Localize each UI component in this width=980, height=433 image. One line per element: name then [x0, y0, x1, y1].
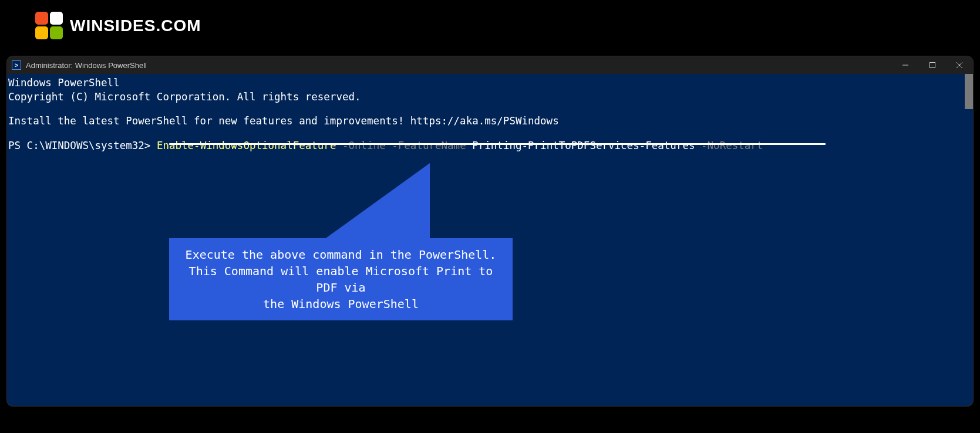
callout-arrow-icon [324, 163, 447, 245]
param-norestart: -NoRestart [695, 140, 763, 151]
maximize-button[interactable] [919, 56, 946, 74]
winsides-logo-icon [35, 12, 63, 39]
param-featurename: -FeatureName [386, 140, 466, 151]
feature-value: Printing-PrintToPDFServices-Features [466, 140, 695, 151]
terminal-line-install-hint: Install the latest PowerShell for new fe… [8, 114, 972, 128]
callout-line2: This Command will enable Microsoft Print… [180, 263, 502, 296]
close-button[interactable] [946, 56, 973, 74]
command-underline [169, 143, 826, 145]
vertical-scrollbar[interactable] [965, 74, 973, 109]
window-title: Administrator: Windows PowerShell [26, 61, 147, 70]
powershell-icon: > [12, 60, 21, 70]
callout-line1: Execute the above command in the PowerSh… [180, 246, 502, 263]
callout-line3: the Windows PowerShell [180, 296, 502, 312]
annotation-callout: Execute the above command in the PowerSh… [169, 238, 513, 320]
terminal-line-header2: Copyright (C) Microsoft Corporation. All… [8, 90, 972, 104]
maximize-icon [930, 62, 935, 68]
powershell-window: > Administrator: Windows PowerShell Wind… [7, 56, 973, 406]
window-controls [892, 56, 973, 74]
terminal-body[interactable]: Windows PowerShell Copyright (C) Microso… [7, 74, 973, 406]
cmdlet-name: Enable-WindowsOptionalFeature [157, 140, 336, 151]
svg-marker-4 [324, 163, 430, 239]
minimize-icon [902, 62, 908, 68]
param-online: -Online [336, 140, 385, 151]
prompt-text: PS C:\WINDOWS\system32> [8, 140, 157, 151]
terminal-line-header1: Windows PowerShell [8, 76, 972, 90]
brand-logo: WINSIDES.COM [35, 12, 201, 39]
brand-text: WINSIDES.COM [70, 16, 201, 35]
close-icon [957, 62, 962, 68]
minimize-button[interactable] [892, 56, 919, 74]
svg-rect-1 [930, 63, 935, 68]
window-titlebar[interactable]: > Administrator: Windows PowerShell [7, 56, 973, 74]
terminal-command-line: PS C:\WINDOWS\system32> Enable-WindowsOp… [8, 139, 972, 153]
